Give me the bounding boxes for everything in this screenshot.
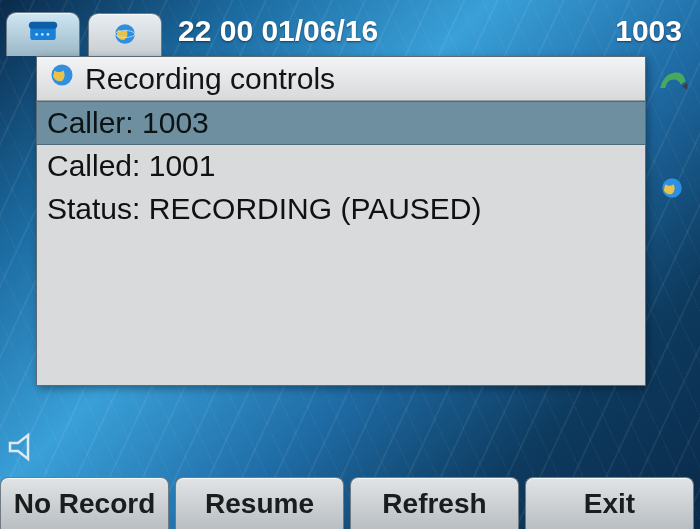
globe-status-icon (652, 170, 692, 206)
recording-controls-window: Recording controls Caller: 1003 Called: … (36, 56, 646, 386)
status-dock (648, 58, 696, 390)
svg-point-4 (47, 33, 50, 36)
row-caller[interactable]: Caller: 1003 (37, 101, 645, 145)
svg-rect-1 (29, 21, 57, 28)
tab-world-active[interactable] (88, 13, 162, 57)
row-status[interactable]: Status: RECORDING (PAUSED) (37, 188, 645, 231)
row-called[interactable]: Called: 1001 (37, 145, 645, 188)
softkey-resume[interactable]: Resume (175, 477, 344, 529)
softkey-exit[interactable]: Exit (525, 477, 694, 529)
phone-screen: { "topbar": { "datetime": "22 00 01/06/1… (0, 0, 700, 529)
softkey-bar: No Record Resume Refresh Exit (0, 477, 700, 529)
clock-date: 22 00 01/06/16 (170, 14, 615, 56)
softkey-no-record[interactable]: No Record (0, 477, 169, 529)
svg-point-3 (41, 33, 44, 36)
svg-marker-7 (682, 83, 687, 90)
tab-phone[interactable] (6, 12, 80, 56)
speaker-icon (4, 427, 44, 471)
globe-icon (47, 60, 77, 97)
svg-point-2 (35, 33, 38, 36)
window-title-text: Recording controls (85, 62, 335, 96)
window-title-bar: Recording controls (37, 57, 645, 101)
phone-icon (26, 19, 60, 51)
top-bar: 22 00 01/06/16 1003 (0, 0, 700, 56)
globe-icon (108, 20, 142, 52)
extension-number: 1003 (615, 14, 700, 56)
softkey-refresh[interactable]: Refresh (350, 477, 519, 529)
handset-offhook-icon (652, 64, 692, 100)
